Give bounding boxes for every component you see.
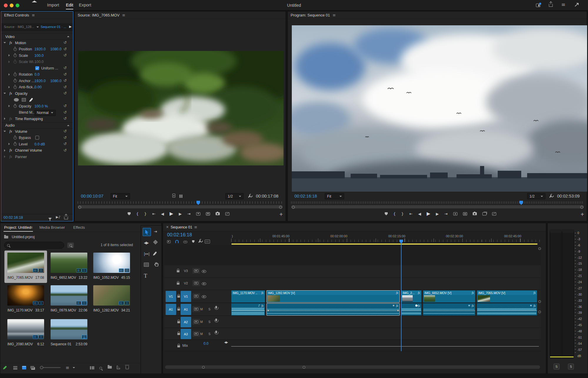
step-back-button[interactable]: ◀ [418, 212, 421, 216]
video-badge-icon[interactable] [33, 335, 38, 339]
tab-media-browser[interactable]: Media Browser [39, 225, 65, 230]
tab-source-clip[interactable]: Source · IMG_128... [4, 25, 34, 29]
snap-icon[interactable] [175, 240, 179, 243]
settings-button[interactable] [550, 194, 551, 199]
volume-band[interactable] [477, 311, 537, 311]
audio-badge-icon[interactable] [39, 268, 44, 272]
track-v1-synclock[interactable] [192, 293, 200, 299]
solo-left-button[interactable]: S [554, 364, 559, 369]
solo-right-button[interactable]: S [568, 364, 574, 369]
panel-menu-icon[interactable]: ≡ [122, 13, 125, 17]
goto-out-button[interactable]: ⇥ [444, 212, 448, 216]
safe-margins-button[interactable] [172, 194, 175, 198]
effect-panner-row[interactable]: fx Panner [1, 154, 73, 160]
keyframe-handle[interactable] [267, 310, 269, 311]
step-forward-button[interactable]: ▶ [436, 212, 439, 216]
audio-badge-icon[interactable] [124, 301, 129, 305]
track-a2-solo[interactable]: S [207, 320, 212, 324]
nav-export[interactable]: Export [79, 3, 91, 7]
collapse-section-icon[interactable] [67, 36, 69, 37]
export-frame-icon[interactable] [473, 212, 477, 215]
chevron-down-icon[interactable] [73, 367, 75, 368]
new-bin-button[interactable] [108, 365, 112, 369]
track-v1-target[interactable]: V1 [181, 291, 191, 302]
button-editor-plus[interactable]: + [279, 212, 283, 217]
track-v1-lock[interactable] [177, 294, 180, 299]
twirl-closed-icon[interactable] [4, 149, 5, 152]
track-v2-output-toggle[interactable] [202, 282, 206, 286]
track-a3-target[interactable]: A3 [181, 329, 191, 339]
nest-icon[interactable] [167, 240, 171, 243]
fullscreen-button[interactable] [574, 3, 578, 8]
track-v3-target[interactable]: V3 [181, 268, 191, 274]
video-badge-icon[interactable] [119, 268, 124, 272]
tab-overflow-icon[interactable]: ▶ [69, 25, 71, 28]
track-v2-row[interactable] [164, 278, 541, 290]
clip-audio-img2080[interactable]: fx [401, 303, 422, 316]
extract-icon[interactable] [463, 212, 467, 215]
opacity-value[interactable]: 100.0 % [34, 104, 48, 108]
track-mix-row[interactable] [164, 340, 541, 351]
goto-out-button[interactable]: ⇥ [187, 212, 191, 216]
goto-in-button[interactable]: ⇤ [409, 212, 413, 216]
program-scrubber-bar[interactable] [291, 205, 584, 208]
track-a1-target[interactable]: A1 [181, 304, 191, 315]
insert-icon[interactable] [196, 212, 200, 215]
project-item-thumbnail[interactable] [7, 319, 44, 339]
tab-sequence[interactable]: Sequence 01 · ... [41, 25, 66, 29]
stopwatch-icon[interactable] [14, 54, 17, 57]
keyframe-handle[interactable] [397, 310, 399, 311]
reset-icon[interactable]: ↺ [64, 142, 67, 146]
project-item-label[interactable]: IMG_0979.MOV22:06 [51, 308, 87, 312]
clip-audio-img6652[interactable]: ∗fx [423, 303, 475, 316]
timeline-playhead-line[interactable] [401, 240, 402, 351]
effect-channel-volume-row[interactable]: fx Channel Volume ↺ [1, 147, 73, 154]
project-item-label[interactable]: IMG_1282.MOV34:21 [93, 308, 130, 312]
scroll-handle[interactable] [538, 300, 541, 303]
reset-icon[interactable]: ↺ [64, 104, 67, 108]
chevron-down-icon[interactable] [36, 26, 39, 28]
project-item-label[interactable]: IMG_1052.MOV45:15 [93, 276, 130, 280]
track-a2-mute[interactable]: M [199, 320, 204, 324]
mark-out-button[interactable]: } [144, 212, 146, 216]
search-bin-button[interactable] [67, 243, 74, 248]
project-item-label[interactable]: Sequence 012:53:09 [51, 342, 87, 346]
source-patch-v1[interactable]: V1 [166, 291, 176, 302]
twirl-closed-icon[interactable] [9, 73, 10, 76]
source-video-frame[interactable] [78, 51, 284, 165]
reset-icon[interactable]: ↺ [64, 85, 67, 89]
type-tool[interactable]: T [144, 273, 147, 279]
twirl-closed-icon[interactable] [4, 117, 5, 120]
twirl-closed-icon[interactable] [9, 86, 10, 88]
stopwatch-icon[interactable] [14, 86, 17, 89]
mark-out-button[interactable]: } [401, 212, 404, 216]
project-item-thumbnail[interactable] [51, 285, 87, 306]
anchor-y-value[interactable]: 1080.0 [50, 79, 61, 83]
reset-icon[interactable]: ↺ [64, 129, 67, 133]
scale-value[interactable]: 100.0 [34, 54, 44, 58]
freeform-view-button[interactable] [31, 366, 35, 371]
twirl-open-icon[interactable] [4, 42, 6, 43]
source-zoom-dropdown[interactable]: Fit [111, 193, 130, 199]
effect-motion-row[interactable]: fx Motion ↺ [1, 40, 73, 46]
workspace-menu-button[interactable]: ≡ [561, 2, 565, 8]
button-editor-plus[interactable]: + [580, 212, 584, 217]
export-frame-icon[interactable] [216, 212, 220, 215]
audio-waveform-button[interactable] [179, 194, 183, 199]
track-a2-voiceover[interactable] [215, 319, 217, 323]
zoom-scroll-handle-left[interactable] [202, 366, 205, 369]
panel-menu-icon[interactable]: ≡ [32, 13, 35, 17]
project-item-label[interactable]: IMG_2080.MOV6:12 [7, 342, 44, 346]
twirl-closed-icon[interactable] [9, 54, 10, 57]
clip-audio-img1282[interactable]: ∗fx [266, 303, 400, 316]
twirl-open-icon[interactable] [4, 93, 6, 94]
reset-icon[interactable]: ↺ [64, 66, 67, 70]
reset-icon[interactable]: ↺ [64, 78, 67, 83]
volume-band[interactable] [231, 311, 265, 311]
timeline-tab[interactable]: Sequence 01 [171, 225, 192, 229]
collapse-section-icon[interactable] [67, 125, 69, 126]
track-a3-row[interactable] [164, 328, 541, 340]
track-v2-target[interactable]: V2 [181, 280, 191, 286]
nav-edit[interactable]: Edit [66, 3, 73, 7]
track-a3-solo[interactable]: S [207, 332, 212, 336]
